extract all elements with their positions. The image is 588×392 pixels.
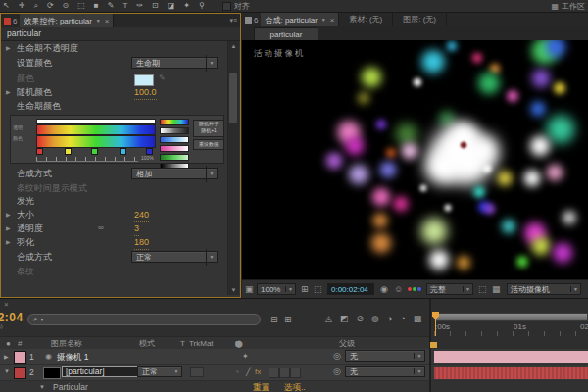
live-update-icon[interactable]: ◬: [325, 314, 332, 323]
chevron-down-icon[interactable]: ▼: [206, 55, 217, 72]
twirl-icon[interactable]: ▶: [6, 221, 11, 235]
eraser-tool[interactable]: ◪: [168, 0, 175, 12]
tab-composition[interactable]: 合成: particular ▼ ×: [261, 13, 339, 26]
shape-tool[interactable]: ■: [94, 0, 99, 12]
parent-dropdown[interactable]: 无 ▼: [345, 366, 425, 377]
twirl-icon[interactable]: ▶: [6, 85, 11, 99]
chevron-down-icon[interactable]: ▼: [285, 286, 295, 292]
gradient-reset-button[interactable]: 重设数值: [193, 139, 224, 150]
work-area-handle[interactable]: [430, 342, 437, 348]
tab-footage[interactable]: 素材: (无): [339, 13, 393, 26]
rotate-tool[interactable]: ⟳: [47, 0, 54, 12]
camera-select[interactable]: 活动摄像机 ▼: [507, 283, 581, 295]
scrollbar[interactable]: ▲ ▼: [227, 41, 239, 295]
layer-color-swatch[interactable]: [14, 367, 26, 379]
pickwhip-icon[interactable]: ◎: [333, 351, 341, 361]
property-glow-transfer-mode[interactable]: 合成方式 正常 ▼: [2, 249, 228, 266]
blend-mode-dropdown[interactable]: 正常 ▼: [137, 366, 182, 377]
chevron-down-icon[interactable]: ▼: [206, 166, 217, 182]
trkmat-box[interactable]: [190, 367, 204, 377]
property-value[interactable]: 3: [134, 221, 139, 236]
layer-switch-icon[interactable]: ✦: [242, 352, 249, 361]
panel-menu-icon[interactable]: ▾≡: [229, 17, 237, 24]
channel-icon[interactable]: [408, 287, 421, 291]
gradient-preset[interactable]: [160, 127, 189, 134]
eyedropper-icon[interactable]: ✎: [159, 72, 166, 85]
resolution-select[interactable]: 完整 ▼: [426, 283, 473, 295]
brush-tool[interactable]: ✑: [136, 0, 143, 12]
chevron-down-icon[interactable]: ▼: [321, 17, 326, 23]
chevron-down-icon[interactable]: ▼: [171, 368, 181, 374]
parent-dropdown[interactable]: 无 ▼: [345, 350, 425, 362]
text-tool[interactable]: T: [122, 0, 127, 12]
transfer-mode-dropdown[interactable]: 相加 ▼: [131, 168, 218, 179]
selection-tool[interactable]: ↖: [3, 0, 10, 12]
puppet-pin-tool[interactable]: ⚲: [199, 0, 205, 12]
gradient-editor[interactable]: 透明 颜色 100% 随机种子 随机+1 重设数值: [10, 115, 224, 164]
layer-row-particular[interactable]: ▼ 2 正常 ▼ ◦ ╱ fx ◎ 无 ▼: [0, 365, 429, 380]
gradient-preset[interactable]: [160, 145, 189, 152]
composition-flowchart-icon[interactable]: ⊞: [284, 315, 292, 324]
snapshot-icon[interactable]: ◉: [380, 284, 388, 294]
brainstorm-icon[interactable]: ◔: [400, 314, 405, 323]
link-icon[interactable]: ∞: [98, 221, 104, 235]
gradient-stop[interactable]: [146, 148, 153, 155]
snap-checkbox[interactable]: [222, 2, 231, 11]
effect-name[interactable]: particular: [7, 28, 41, 38]
gradient-preset[interactable]: [160, 154, 189, 161]
twirl-icon[interactable]: ▼: [4, 368, 10, 374]
pen-tool[interactable]: ✎: [108, 0, 115, 12]
mask-visibility-icon[interactable]: ⬚: [314, 284, 322, 294]
switch-box[interactable]: [290, 368, 301, 378]
pickwhip-icon[interactable]: ◎: [333, 367, 341, 376]
effect-reset-link[interactable]: 重置: [253, 382, 270, 392]
fx-switch-icon[interactable]: fx: [255, 368, 261, 376]
pan-behind-tool[interactable]: ⬚: [77, 0, 85, 12]
graph-editor-icon[interactable]: ▩: [414, 314, 422, 323]
chevron-down-icon[interactable]: ▼: [96, 18, 101, 24]
timecode-display[interactable]: 0:00:02:04: [327, 283, 374, 295]
gradient-preset[interactable]: [160, 136, 189, 143]
close-icon[interactable]: ×: [105, 17, 110, 25]
tab-effect-controls[interactable]: 效果控件: particular ▼ ×: [20, 14, 114, 27]
expand-icon[interactable]: ▣: [245, 284, 254, 294]
gradient-color-bar[interactable]: [36, 124, 156, 135]
clone-stamp-tool[interactable]: ⊡: [152, 0, 159, 12]
chevron-down-icon[interactable]: ▼: [570, 286, 580, 292]
group-glow[interactable]: 发光: [2, 195, 228, 208]
gradient-ruler[interactable]: [36, 157, 138, 162]
property-glow-feather[interactable]: ▶ 羽化 180: [2, 235, 228, 249]
twirl-icon[interactable]: ▶: [4, 353, 9, 360]
subtab-particular[interactable]: particular: [254, 27, 318, 40]
draft-3d-icon[interactable]: ◩: [340, 314, 349, 323]
gradient-stop[interactable]: [65, 148, 72, 155]
property-color-random[interactable]: ▶ 随机颜色 100.0: [2, 85, 228, 99]
twirl-icon[interactable]: ▶: [6, 41, 11, 55]
layer-name[interactable]: 摄像机 1: [57, 352, 89, 364]
property-color[interactable]: 颜色 ✎: [2, 72, 228, 85]
motion-blur-icon[interactable]: ◑: [387, 314, 392, 323]
search-input[interactable]: [46, 315, 255, 325]
property-value[interactable]: 240: [134, 208, 149, 222]
property-value[interactable]: 100.0: [134, 85, 157, 100]
property-opacity-over-life[interactable]: ▶ 生命期不透明度: [2, 41, 228, 55]
twirl-icon[interactable]: ▶: [6, 235, 11, 249]
chevron-down-icon[interactable]: ▼: [39, 317, 44, 322]
show-snapshot-icon[interactable]: ☺: [394, 284, 403, 294]
scroll-down-icon[interactable]: ▼: [228, 285, 239, 295]
chevron-down-icon[interactable]: ▼: [414, 353, 424, 359]
twirl-icon[interactable]: ▼: [39, 384, 45, 390]
property-glow-opacity[interactable]: ▶ 透明度 ∞ 3: [2, 221, 228, 235]
tab-layer[interactable]: 图层: (无): [393, 13, 447, 26]
layer-duration-bar-camera[interactable]: [434, 351, 588, 363]
camera-tool[interactable]: ⊙: [63, 0, 70, 12]
composition-viewer[interactable]: 活动摄像机: [242, 40, 588, 280]
hide-shy-icon[interactable]: ⊘: [356, 314, 364, 323]
layer-duration-bar-particular[interactable]: [434, 367, 588, 379]
close-icon[interactable]: ×: [330, 16, 335, 24]
hand-tool[interactable]: ✛: [19, 0, 25, 12]
scroll-up-icon[interactable]: ▲: [228, 41, 239, 51]
effect-options-link[interactable]: 选项..: [284, 382, 306, 392]
gradient-stop[interactable]: [120, 148, 126, 155]
roto-brush-tool[interactable]: ✦: [183, 0, 190, 12]
